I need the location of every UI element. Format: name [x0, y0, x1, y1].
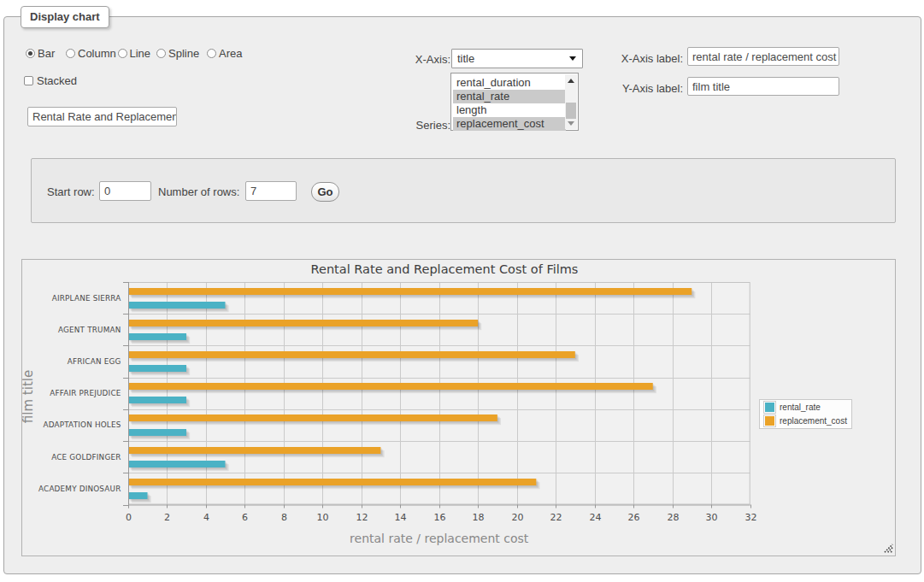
- x-tick-label: 26: [628, 512, 640, 523]
- x-axis-selected-value: title: [457, 52, 474, 65]
- radio-option-area[interactable]: Area: [207, 48, 242, 59]
- scrollbar-down-button[interactable]: [565, 117, 577, 129]
- x-tick-label: 10: [317, 512, 329, 523]
- y-category-label: ADAPTATION HOLES: [43, 420, 121, 429]
- x-tick-label: 14: [395, 512, 407, 523]
- x-tick-label: 32: [745, 512, 757, 523]
- y-axis-label-input[interactable]: [687, 77, 839, 96]
- x-tick-label: 24: [590, 512, 602, 523]
- radio-option-column[interactable]: Column: [66, 48, 116, 59]
- x-axis-label-label: X-Axis label:: [572, 52, 683, 65]
- number-of-rows-label: Number of rows:: [158, 185, 239, 198]
- radio-spline-label: Spline: [168, 47, 199, 60]
- chart-bar: [128, 447, 380, 454]
- x-tick-label: 8: [281, 512, 287, 523]
- page: Display chart Bar Column Line Spline Are…: [0, 0, 924, 582]
- chart-bar: [128, 492, 148, 499]
- chart-bar: [128, 383, 653, 390]
- x-tick-label: 16: [434, 512, 446, 523]
- radio-bar[interactable]: [26, 49, 35, 58]
- start-row-input[interactable]: [99, 181, 151, 201]
- x-tick-label: 4: [203, 512, 209, 523]
- chart-title: Rental Rate and Replacement Cost of Film…: [311, 262, 579, 276]
- y-axis-label-label: Y-Axis label:: [572, 82, 683, 95]
- y-category-label: ACADEMY DINOSAUR: [38, 485, 121, 493]
- fieldset-legend: Display chart: [21, 6, 109, 28]
- x-tick-label: 2: [164, 512, 170, 523]
- y-category-label: AGENT TRUMAN: [58, 326, 121, 334]
- chart-bar: [128, 320, 478, 326]
- legend-swatch: [763, 401, 776, 414]
- chart-bar: [128, 429, 186, 436]
- x-axis-title: rental rate / replacement cost: [350, 532, 529, 545]
- x-axis-label: X-Axis:: [339, 53, 450, 66]
- radio-option-spline[interactable]: Spline: [156, 48, 199, 59]
- x-tick-label: 20: [512, 512, 524, 523]
- series-option-length[interactable]: length: [453, 103, 566, 117]
- x-tick-label: 0: [126, 512, 132, 523]
- legend-label: rental_rate: [780, 402, 821, 413]
- stacked-label: Stacked: [37, 74, 77, 87]
- radio-column-label: Column: [78, 47, 116, 60]
- plot-background: [128, 282, 750, 505]
- y-category-label: AIRPLANE SIERRA: [52, 294, 121, 303]
- radio-line[interactable]: [118, 49, 127, 58]
- chart-bar: [128, 461, 225, 467]
- x-axis-select[interactable]: title: [451, 49, 583, 68]
- radio-column[interactable]: [66, 49, 75, 58]
- stacked-option[interactable]: Stacked: [24, 75, 77, 86]
- series-option-rental-rate[interactable]: rental_rate: [453, 90, 566, 103]
- series-option-rental-duration[interactable]: rental_duration: [453, 76, 566, 90]
- chart-bar: [128, 288, 692, 295]
- legend-label: replacement_cost: [780, 415, 847, 426]
- y-category-label: ACE GOLDFINGER: [51, 453, 121, 461]
- chart-legend-item: replacement_cost: [763, 414, 847, 427]
- resize-grip-icon[interactable]: [884, 544, 893, 553]
- y-category-label: AFRICAN EGG: [68, 357, 121, 366]
- series-multiselect[interactable]: rental_duration rental_rate length repla…: [450, 73, 579, 131]
- x-tick-label: 28: [668, 512, 680, 523]
- radio-spline[interactable]: [156, 49, 166, 58]
- chart-title-input[interactable]: [27, 107, 177, 126]
- chart-legend-item: rental_rate: [763, 401, 847, 414]
- chart-bar: [128, 302, 225, 309]
- y-axis-title: film title: [22, 370, 36, 423]
- radio-line-label: Line: [130, 47, 151, 60]
- legend-swatch: [763, 414, 776, 427]
- go-button[interactable]: Go: [311, 182, 339, 202]
- radio-area-label: Area: [219, 47, 242, 60]
- y-category-label: AFFAIR PREJUDICE: [50, 389, 121, 397]
- chart-container: 02468101214161820222426283032AIRPLANE SI…: [21, 259, 896, 556]
- series-label: Series:: [339, 119, 450, 132]
- x-tick-label: 12: [356, 512, 368, 523]
- number-of-rows-input[interactable]: [245, 181, 297, 201]
- scroll-down-arrow-icon: [568, 121, 574, 126]
- chart-bar: [128, 333, 186, 340]
- stacked-checkbox[interactable]: [24, 76, 33, 85]
- radio-option-bar[interactable]: Bar: [26, 48, 55, 59]
- start-row-label: Start row:: [47, 185, 95, 198]
- radio-bar-label: Bar: [38, 47, 55, 60]
- x-tick-label: 22: [550, 512, 562, 523]
- chart-legend: rental_ratereplacement_cost: [759, 399, 852, 429]
- chart-bar: [128, 351, 575, 358]
- x-tick-label: 30: [706, 512, 718, 523]
- chart-bar: [128, 397, 186, 403]
- x-tick-label: 18: [473, 512, 485, 523]
- chart-bar: [128, 479, 536, 485]
- radio-option-line[interactable]: Line: [118, 48, 151, 59]
- series-option-replacement-cost[interactable]: replacement_cost: [453, 117, 566, 131]
- chart-bar: [128, 414, 497, 421]
- chart-bar: [128, 365, 186, 372]
- x-axis-label-input[interactable]: [687, 47, 839, 66]
- radio-area[interactable]: [207, 49, 216, 58]
- x-tick-label: 6: [242, 512, 248, 523]
